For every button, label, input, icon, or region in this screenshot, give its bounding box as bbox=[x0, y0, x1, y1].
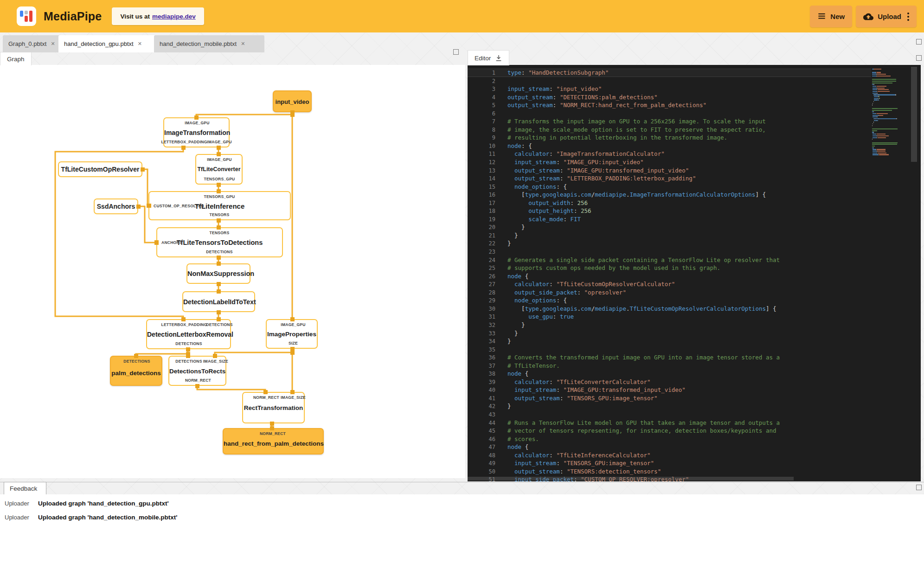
port-label: TENSORS_GPU bbox=[204, 194, 235, 199]
graph-node-palm_detections[interactable]: palm_detectionsDETECTIONS bbox=[110, 356, 162, 386]
code-line[interactable]: 17 output_width: 256 bbox=[468, 199, 871, 207]
code-line[interactable]: 8# image, the scale_mode option is set t… bbox=[468, 126, 871, 134]
code-line[interactable]: 40 input_stream: "IMAGE_GPU:transformed_… bbox=[468, 386, 871, 394]
code-line[interactable]: 20 } bbox=[468, 223, 871, 231]
code-line[interactable]: 15 node_options: { bbox=[468, 183, 871, 191]
code-line[interactable]: 30 [type.googleapis.com/mediapipe.TfLite… bbox=[468, 305, 871, 313]
code-line[interactable]: 16 [type.googleapis.com/mediapipe.ImageT… bbox=[468, 191, 871, 199]
code-line[interactable]: 37# TfLiteTensor. bbox=[468, 362, 871, 370]
code-line[interactable]: 19 scale_mode: FIT bbox=[468, 215, 871, 224]
port-square bbox=[141, 167, 145, 172]
code-line[interactable]: 36# Converts the transformed input image… bbox=[468, 353, 871, 362]
graph-node-DetectionLabelIdToText[interactable]: DetectionLabelIdToText bbox=[182, 291, 255, 312]
code-line[interactable]: 21 } bbox=[468, 231, 871, 240]
code-line[interactable]: 6 bbox=[468, 109, 871, 118]
editor-vertical-scrollbar[interactable] bbox=[911, 67, 917, 162]
tab-close-icon[interactable]: ✕ bbox=[138, 41, 142, 47]
file-tab-label: Graph_0.pbtxt bbox=[8, 40, 46, 47]
code-line[interactable]: 18 output_height: 256 bbox=[468, 207, 871, 215]
code-line[interactable]: 28 output_side_packet: "opresolver" bbox=[468, 288, 871, 297]
code-line[interactable]: 41 output_stream: "TENSORS_GPU:image_ten… bbox=[468, 394, 871, 403]
code-editor[interactable]: 1type: "HandDetectionSubgraph"23input_st… bbox=[468, 65, 921, 481]
mediapipe-dev-link[interactable]: mediapipe.dev bbox=[152, 13, 196, 20]
minimap-line bbox=[872, 135, 908, 136]
tab-close-icon[interactable]: ✕ bbox=[241, 41, 245, 47]
graph-node-hand_rect_from_palm_detections[interactable]: hand_rect_from_palm_detectionsNORM_RECT bbox=[223, 428, 324, 454]
port-label: IMAGE_GPU bbox=[281, 322, 305, 327]
graph-node-DetectionLetterboxRemoval[interactable]: DetectionLetterboxRemovalLETTERBOX_PADDI… bbox=[146, 319, 231, 349]
code-line[interactable]: 25# supports custom ops needed by the mo… bbox=[468, 264, 871, 272]
minimap-line bbox=[872, 141, 908, 141]
code-line[interactable]: 4output_stream: "DETECTIONS:palm_detecti… bbox=[468, 93, 871, 102]
tab-feedback[interactable]: Feedback bbox=[4, 482, 46, 494]
code-line[interactable]: 3input_stream: "input_video" bbox=[468, 85, 871, 93]
graph-node-input_video[interactable]: input_video bbox=[273, 90, 312, 112]
editor-maximize-icon[interactable] bbox=[916, 55, 922, 61]
download-icon[interactable] bbox=[495, 54, 502, 62]
kebab-menu-icon[interactable] bbox=[907, 13, 909, 21]
code-line[interactable]: 14 output_stream: "LETTERBOX_PADDING:let… bbox=[468, 174, 871, 183]
node-title: ImageProperties bbox=[267, 331, 317, 338]
code-line[interactable]: 13 output_stream: "IMAGE_GPU:transformed… bbox=[468, 166, 871, 175]
editor-horizontal-scrollbar[interactable] bbox=[468, 477, 794, 480]
code-line[interactable]: 45# vector of tensors representing, for … bbox=[468, 427, 871, 435]
graph-canvas[interactable]: input_videoImageTransformationIMAGE_GPUL… bbox=[0, 65, 465, 478]
code-line[interactable]: 48 calculator: "TfLiteInferenceCalculato… bbox=[468, 451, 871, 460]
graph-node-TfLiteInference[interactable]: TfLiteInferenceTENSORS_GPUCUSTOM_OP_RESO… bbox=[148, 191, 291, 220]
graph-node-DetectionsToRects[interactable]: DetectionsToRectsDETECTIONSIMAGE_SIZENOR… bbox=[168, 356, 226, 386]
upload-button[interactable]: Upload bbox=[856, 6, 917, 27]
code-line[interactable]: 43 bbox=[468, 410, 871, 419]
code-line[interactable]: 35 bbox=[468, 346, 871, 354]
code-line[interactable]: 24# Generates a single side packet conta… bbox=[468, 256, 871, 264]
code-line[interactable]: 42} bbox=[468, 402, 871, 410]
graph-node-RectTransformation[interactable]: RectTransformationNORM_RECTIMAGE_SIZE bbox=[242, 392, 305, 423]
graph-node-SsdAnchors[interactable]: SsdAnchors bbox=[94, 198, 138, 214]
tab-graph[interactable]: Graph bbox=[0, 52, 32, 65]
tab-close-icon[interactable]: ✕ bbox=[51, 41, 55, 47]
code-line[interactable]: 2 bbox=[468, 77, 871, 85]
code-line[interactable]: 44# Runs a TensorFlow Lite model on GPU … bbox=[468, 419, 871, 427]
code-line[interactable]: 1type: "HandDetectionSubgraph" bbox=[468, 69, 871, 77]
file-tab[interactable]: hand_detection_mobile.pbtxt✕ bbox=[154, 35, 264, 52]
code-line[interactable]: 22} bbox=[468, 239, 871, 248]
code-line[interactable]: 29 node_options: { bbox=[468, 296, 871, 305]
graph-node-TfLiteConverter[interactable]: TfLiteConverterIMAGE_GPUTENSORS_GPU bbox=[195, 154, 243, 185]
code-lines[interactable]: 1type: "HandDetectionSubgraph"23input_st… bbox=[468, 69, 871, 481]
visit-us-chip[interactable]: Visit us at mediapipe.dev bbox=[112, 7, 204, 25]
line-number: 10 bbox=[468, 142, 507, 151]
code-line[interactable]: 7# Transforms the input image on GPU to … bbox=[468, 117, 871, 126]
code-line[interactable]: 26node { bbox=[468, 272, 871, 281]
graph-node-TfLiteTensorsToDetections[interactable]: TfLiteTensorsToDetectionsTENSORSANCHORSD… bbox=[156, 227, 283, 257]
code-line[interactable]: 5output_stream: "NORM_RECT:hand_rect_fro… bbox=[468, 101, 871, 109]
editor-minimap[interactable] bbox=[872, 69, 908, 156]
code-line[interactable]: 11 calculator: "ImageTransformationCalcu… bbox=[468, 150, 871, 158]
new-button[interactable]: New bbox=[810, 6, 852, 27]
graph-node-ImageProperties[interactable]: ImagePropertiesIMAGE_GPUSIZE bbox=[266, 319, 318, 349]
code-line[interactable]: 23 bbox=[468, 248, 871, 256]
node-title: input_video bbox=[274, 98, 311, 105]
port-square bbox=[263, 390, 268, 394]
code-line[interactable]: 50 output_stream: "TENSORS:detection_ten… bbox=[468, 467, 871, 476]
code-line[interactable]: 12 input_stream: "IMAGE_GPU:input_video" bbox=[468, 158, 871, 166]
code-line[interactable]: 9# resulting in potential letterboxing i… bbox=[468, 134, 871, 142]
file-tab[interactable]: Graph_0.pbtxt✕ bbox=[3, 35, 66, 52]
graph-node-ImageTransformation[interactable]: ImageTransformationIMAGE_GPULETTERBOX_PA… bbox=[163, 117, 230, 147]
code-line[interactable]: 47node { bbox=[468, 443, 871, 451]
minimap-line bbox=[872, 88, 908, 89]
file-tab[interactable]: hand_detection_gpu.pbtxt✕ bbox=[58, 35, 163, 52]
code-line[interactable]: 10node: { bbox=[468, 142, 871, 150]
code-line[interactable]: 32 } bbox=[468, 321, 871, 329]
feedback-maximize-icon[interactable] bbox=[916, 485, 922, 490]
code-line[interactable]: 31 use_gpu: true bbox=[468, 313, 871, 321]
line-number: 17 bbox=[468, 199, 507, 208]
graph-node-TfLiteCustomOpResolver[interactable]: TfLiteCustomOpResolver bbox=[58, 161, 142, 177]
code-line[interactable]: 27 calculator: "TfLiteCustomOpResolverCa… bbox=[468, 280, 871, 288]
code-line[interactable]: 33 } bbox=[468, 329, 871, 338]
code-line[interactable]: 38node { bbox=[468, 370, 871, 378]
code-line[interactable]: 39 calculator: "TfLiteConverterCalculato… bbox=[468, 378, 871, 386]
code-line[interactable]: 46# scores. bbox=[468, 435, 871, 443]
code-line[interactable]: 34} bbox=[468, 337, 871, 346]
graph-node-NonMaxSuppression[interactable]: NonMaxSuppression bbox=[186, 263, 250, 284]
code-line[interactable]: 49 input_stream: "TENSORS_GPU:image_tens… bbox=[468, 459, 871, 467]
port-square bbox=[195, 384, 199, 388]
